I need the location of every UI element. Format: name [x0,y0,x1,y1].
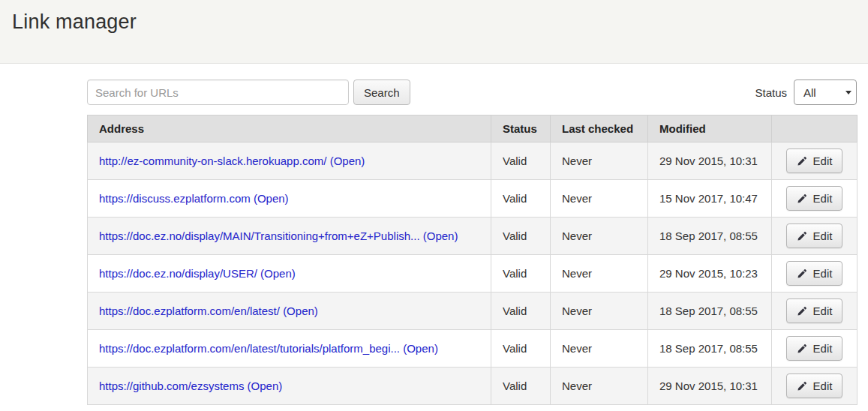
edit-button-label: Edit [813,304,833,317]
edit-button[interactable]: Edit [786,261,843,286]
url-link[interactable]: https://github.com/ezsystems [99,380,244,392]
column-header-address: Address [88,116,491,142]
modified-cell: 18 Sep 2017, 08:55 [648,292,772,330]
edit-button[interactable]: Edit [786,336,843,361]
edit-button-label: Edit [813,380,833,392]
address-cell: http://ez-community-on-slack.herokuapp.c… [88,142,491,180]
pencil-icon [797,231,807,242]
search-input[interactable] [87,80,349,105]
last-checked-cell: Never [551,255,648,292]
last-checked-cell: Never [551,292,648,330]
edit-button[interactable]: Edit [786,148,843,173]
status-cell: Valid [491,255,551,292]
table-row: http://ez-community-on-slack.herokuapp.c… [88,142,857,180]
pencil-icon [797,194,807,204]
status-filter-label: Status [755,86,787,99]
address-cell: https://doc.ezplatform.com/en/latest/tut… [88,330,491,368]
open-link[interactable]: (Open) [248,380,283,392]
open-link[interactable]: (Open) [423,230,458,242]
edit-button[interactable]: Edit [786,374,843,398]
status-select[interactable]: All [794,80,857,105]
open-link[interactable]: (Open) [330,154,365,167]
pencil-icon [797,156,807,166]
table-row: https://discuss.ezplatform.com (Open) Va… [88,180,857,218]
edit-button-label: Edit [813,342,833,355]
search-button[interactable]: Search [353,80,410,105]
edit-button-label: Edit [813,267,833,280]
open-link[interactable]: (Open) [403,342,438,355]
page-title: Link manager [12,10,856,34]
table-row: https://doc.ez.no/display/MAIN/Transitio… [88,218,857,255]
url-link[interactable]: https://doc.ez.no/display/USER/ [99,267,257,280]
actions-cell: Edit [772,142,857,180]
actions-cell: Edit [772,368,857,405]
last-checked-cell: Never [551,330,648,368]
pencil-icon [797,268,807,279]
column-header-last-checked: Last checked [551,116,648,142]
actions-cell: Edit [772,292,857,330]
last-checked-cell: Never [551,180,648,218]
pencil-icon [797,381,807,392]
modified-cell: 29 Nov 2015, 10:31 [648,142,772,180]
url-link[interactable]: https://doc.ez.no/display/MAIN/Transitio… [99,230,420,242]
last-checked-cell: Never [551,218,648,255]
address-cell: https://doc.ezplatform.com/en/latest/ (O… [88,292,491,330]
modified-cell: 29 Nov 2015, 10:23 [648,255,772,292]
modified-cell: 29 Nov 2015, 10:31 [648,368,772,405]
edit-button[interactable]: Edit [786,224,843,248]
status-cell: Valid [491,218,551,255]
column-header-actions [772,116,857,142]
links-table: Address Status Last checked Modified htt… [87,115,857,405]
last-checked-cell: Never [551,368,648,405]
table-row: https://github.com/ezsystems (Open) Vali… [88,368,857,405]
actions-cell: Edit [772,330,857,368]
pencil-icon [797,306,807,316]
address-cell: https://discuss.ezplatform.com (Open) [88,180,491,218]
table-body: http://ez-community-on-slack.herokuapp.c… [88,142,857,405]
table-header-row: Address Status Last checked Modified [88,116,857,142]
url-link[interactable]: https://discuss.ezplatform.com [99,192,251,205]
status-cell: Valid [491,180,551,218]
column-header-modified: Modified [648,116,772,142]
pencil-icon [797,344,807,354]
header-band: Link manager [0,0,868,64]
modified-cell: 18 Sep 2017, 08:55 [648,330,772,368]
edit-button-label: Edit [813,192,833,205]
url-link[interactable]: http://ez-community-on-slack.herokuapp.c… [99,154,326,167]
toolbar: Search Status All [87,80,857,105]
open-link[interactable]: (Open) [260,267,296,280]
status-cell: Valid [491,292,551,330]
open-link[interactable]: (Open) [254,192,289,205]
open-link[interactable]: (Open) [283,304,318,317]
actions-cell: Edit [772,218,857,255]
last-checked-cell: Never [551,142,648,180]
modified-cell: 15 Nov 2017, 10:47 [648,180,772,218]
edit-button-label: Edit [813,230,833,242]
status-cell: Valid [491,330,551,368]
chevron-down-icon [845,91,851,94]
edit-button[interactable]: Edit [786,186,843,211]
actions-cell: Edit [772,180,857,218]
address-cell: https://doc.ez.no/display/USER/ (Open) [88,255,491,292]
address-cell: https://doc.ez.no/display/MAIN/Transitio… [88,218,491,255]
actions-cell: Edit [772,255,857,292]
url-link[interactable]: https://doc.ezplatform.com/en/latest/tut… [99,342,400,355]
status-select-value: All [803,86,816,99]
content-area: Search Status All Address Status Last ch… [87,80,857,405]
table-row: https://doc.ezplatform.com/en/latest/tut… [88,330,857,368]
edit-button-label: Edit [813,154,833,167]
modified-cell: 18 Sep 2017, 08:55 [648,218,772,255]
table-row: https://doc.ezplatform.com/en/latest/ (O… [88,292,857,330]
status-cell: Valid [491,368,551,405]
table-row: https://doc.ez.no/display/USER/ (Open) V… [88,255,857,292]
address-cell: https://github.com/ezsystems (Open) [88,368,491,405]
column-header-status: Status [491,116,551,142]
url-link[interactable]: https://doc.ezplatform.com/en/latest/ [99,304,280,317]
status-cell: Valid [491,142,551,180]
edit-button[interactable]: Edit [786,298,843,323]
